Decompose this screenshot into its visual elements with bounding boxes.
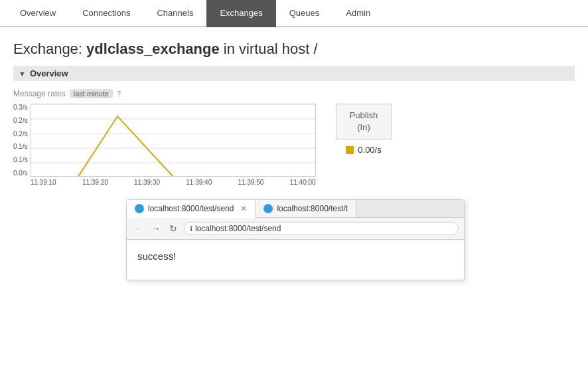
rates-text: Message rates	[13, 89, 66, 98]
publish-label: Publish	[350, 110, 378, 120]
browser-tabs: 🌐 localhost:8000/test/send ✕ 🌐 localhost…	[127, 200, 464, 218]
chart-with-axes: 0.3/s 0.2/s 0.2/s 0.1/s 0.1/s 0.0/s	[13, 104, 316, 186]
reload-button[interactable]: ↻	[167, 222, 180, 235]
address-bar[interactable]: ℹ localhost:8000/test/send	[184, 222, 459, 235]
y-label-4: 0.1/s	[13, 156, 28, 163]
time-badge[interactable]: last minute	[70, 89, 113, 98]
x-label-2: 11:39:30	[134, 179, 160, 186]
address-text: localhost:8000/test/send	[195, 224, 281, 233]
y-label-2: 0.2/s	[13, 130, 28, 138]
x-label-5: 11:40:00	[290, 179, 316, 186]
nav-queues[interactable]: Queues	[276, 0, 333, 27]
x-label-4: 11:39:50	[238, 179, 264, 186]
page-content: Exchange: ydlclass_exchange in virtual h…	[0, 27, 588, 287]
section-title: Overview	[30, 68, 68, 78]
browser-content: success!	[127, 240, 464, 280]
y-label-1: 0.2/s	[13, 117, 28, 124]
page-title: Exchange: ydlclass_exchange in virtual h…	[13, 41, 575, 58]
rate-dot-icon	[346, 146, 354, 154]
y-label-3: 0.1/s	[13, 143, 28, 150]
tab-1-url: localhost:8000/test/send	[148, 204, 234, 213]
success-message: success!	[137, 250, 176, 262]
chart-area: 11:39:10 11:39:20 11:39:30 11:39:40 11:3…	[31, 104, 316, 186]
x-label-0: 11:39:10	[31, 179, 56, 186]
y-label-0: 0.3/s	[13, 104, 28, 111]
publish-stats: Publish (In) 0.00/s	[336, 104, 392, 155]
browser-tab-2[interactable]: 🌐 localhost:8000/test/t	[256, 200, 356, 217]
top-nav: Overview Connections Channels Exchanges …	[0, 0, 588, 27]
nav-connections[interactable]: Connections	[69, 0, 143, 27]
message-rates-label: Message rates last minute ?	[13, 89, 575, 98]
browser-window: 🌐 localhost:8000/test/send ✕ 🌐 localhost…	[126, 199, 465, 280]
y-label-5: 0.0/s	[13, 169, 28, 177]
tab-close-1[interactable]: ✕	[240, 204, 247, 213]
x-label-3: 11:39:40	[186, 179, 212, 186]
collapse-arrow-icon: ▼	[19, 70, 26, 78]
exchange-name: ydlclass_exchange	[86, 41, 220, 57]
title-prefix: Exchange:	[13, 41, 82, 57]
x-label-1: 11:39:20	[82, 179, 108, 186]
tab-favicon-2: 🌐	[263, 204, 273, 213]
help-icon[interactable]: ?	[117, 90, 121, 98]
tab-favicon-1: 🌐	[135, 204, 144, 213]
back-button[interactable]: ←	[132, 222, 145, 235]
title-suffix: in virtual host /	[224, 41, 318, 57]
publish-in-button[interactable]: Publish (In)	[336, 104, 392, 140]
nav-overview[interactable]: Overview	[7, 0, 69, 27]
y-axis: 0.3/s 0.2/s 0.2/s 0.1/s 0.1/s 0.0/s	[13, 104, 28, 177]
overview-section-header[interactable]: ▼ Overview	[13, 66, 575, 81]
browser-tab-1[interactable]: 🌐 localhost:8000/test/send ✕	[127, 200, 256, 218]
chart-container: 0.3/s 0.2/s 0.2/s 0.1/s 0.1/s 0.0/s	[13, 104, 575, 186]
browser-toolbar: ← → ↻ ℹ localhost:8000/test/send	[127, 218, 464, 240]
info-icon: ℹ	[190, 225, 192, 233]
publish-rate: 0.00/s	[346, 145, 381, 155]
nav-admin[interactable]: Admin	[332, 0, 384, 27]
nav-channels[interactable]: Channels	[143, 0, 206, 27]
forward-button[interactable]: →	[149, 222, 163, 235]
nav-exchanges[interactable]: Exchanges	[206, 0, 275, 27]
rate-value: 0.00/s	[358, 145, 381, 155]
chart-svg	[31, 104, 316, 177]
x-axis: 11:39:10 11:39:20 11:39:30 11:39:40 11:3…	[31, 179, 316, 186]
tab-2-url: localhost:8000/test/t	[277, 204, 348, 213]
publish-in-label: (In)	[357, 122, 370, 132]
